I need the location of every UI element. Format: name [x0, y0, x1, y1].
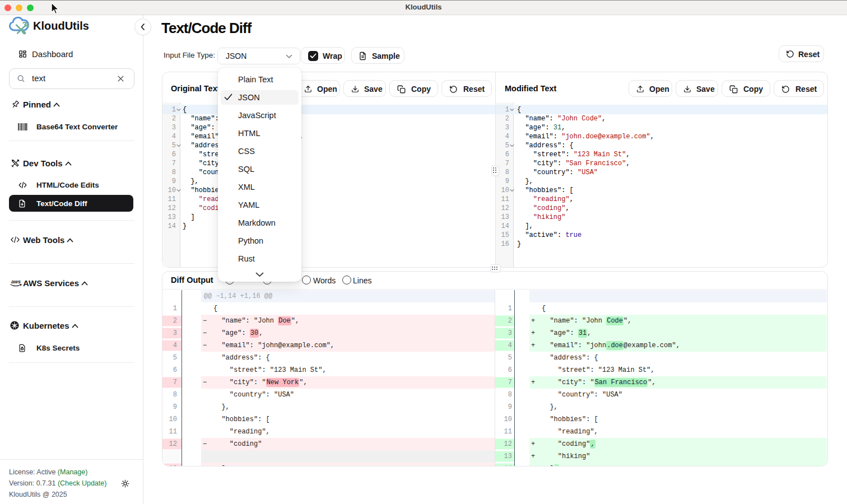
svg-text:aws: aws — [11, 279, 21, 284]
